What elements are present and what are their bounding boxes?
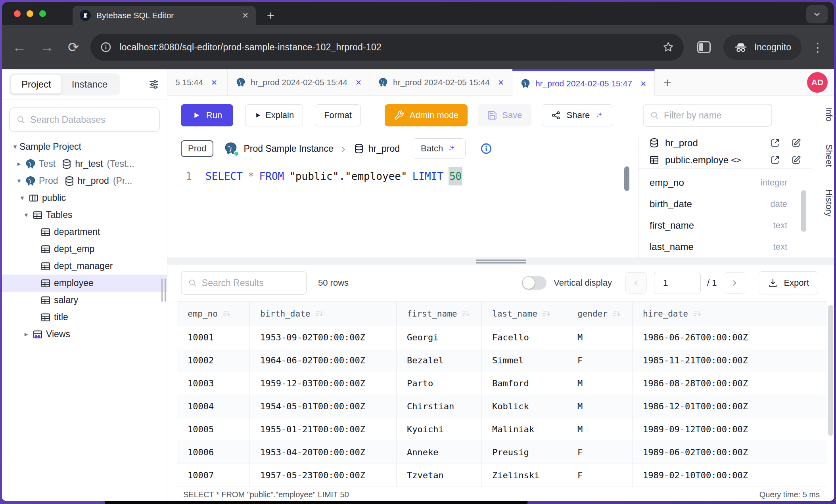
editor-tab-0[interactable]: 5 15:44 ✕ [167,69,228,95]
browser-menu-icon[interactable]: ⋮ [812,40,824,54]
edit-icon[interactable] [791,137,801,148]
caret-right-icon[interactable]: ▸ [15,160,23,168]
browser-tab-close-icon[interactable]: ✕ [242,11,249,20]
tab-instance[interactable]: Instance [61,75,118,94]
forward-icon[interactable]: → [40,40,54,54]
tree-item-views[interactable]: ▸ Views [2,326,167,343]
sidebar-resize-handle[interactable] [161,279,166,302]
rail-tab-sheet[interactable]: Sheet [812,133,834,179]
tree-item-project[interactable]: ▾ Sample Project [2,138,167,155]
search-icon [16,115,25,125]
search-results-input[interactable] [202,278,300,288]
tab-project[interactable]: Project [11,75,61,94]
sort-icon[interactable] [222,309,231,318]
results-scrollbar[interactable] [828,305,833,436]
bookmark-star-icon[interactable] [662,41,674,53]
tab-search-chevron-button[interactable] [806,5,828,23]
tree-item-table-dept-manager[interactable]: dept_manager [2,258,167,275]
editor-tab-2[interactable]: hr_prod 2024-02-05 15:44 ✕ [370,69,512,95]
new-editor-tab-button[interactable]: + [663,75,671,90]
editor-tab-3-active[interactable]: hr_prod 2024-02-05 15:47 ✕ [512,69,655,96]
run-button[interactable]: Run [181,104,233,126]
tree-item-table-title[interactable]: title [2,309,167,326]
database-name[interactable]: hr_prod [368,143,400,154]
url-text[interactable]: localhost:8080/sql-editor/prod-sample-in… [120,42,658,53]
rail-tab-history[interactable]: History [812,178,834,227]
minimize-window-button[interactable] [27,10,33,17]
caret-down-icon[interactable]: ▾ [15,177,23,185]
column-header-emp-no[interactable]: emp_no [177,302,250,326]
tree-item-table-employee-selected[interactable]: employee [2,275,167,292]
info-icon[interactable] [480,142,493,155]
sort-icon[interactable] [542,309,551,318]
sort-icon[interactable] [693,309,702,318]
tree-item-db-hr-test[interactable]: ▸ Test hr_test (Test... [2,155,167,172]
close-window-button[interactable] [14,10,21,17]
instance-name[interactable]: Prod Sample Instance [244,143,333,154]
format-button[interactable]: Format [315,104,361,126]
tree-item-table-dept-emp[interactable]: dept_emp [2,241,167,258]
edit-icon[interactable] [791,155,801,165]
tree-item-schema-public[interactable]: ▾ public [2,189,167,206]
caret-down-icon[interactable]: ▾ [22,211,31,219]
tree-item-table-salary[interactable]: salary [2,292,167,309]
column-header-hire-date[interactable]: hire_date [633,302,777,326]
browser-navbar: ← → ⟳ localhost:8080/sql-editor/prod-sam… [2,25,834,69]
column-header-gender[interactable]: gender [567,302,633,326]
tree-item-db-hr-prod[interactable]: ▾ Prod hr_prod (Pr... [2,172,167,189]
maximize-window-button[interactable] [39,10,46,17]
column-row: first_name text [650,215,801,236]
export-button[interactable]: Export [759,271,818,294]
browser-tab[interactable]: Bytebase SQL Editor ✕ [73,6,256,25]
admin-mode-button[interactable]: Admin mode [385,104,468,126]
close-tab-icon[interactable]: ✕ [498,78,504,87]
close-tab-icon[interactable]: ✕ [211,78,217,87]
tree-item-tables[interactable]: ▾ Tables [2,206,167,223]
url-bar[interactable]: localhost:8080/sql-editor/prod-sample-in… [90,34,684,61]
column-header-birth-date[interactable]: birth_date [250,302,397,326]
caret-right-icon[interactable]: ▸ [22,330,31,338]
schema-scrollbar[interactable] [801,190,806,232]
vertical-display-label: Vertical display [554,278,612,288]
close-tab-icon[interactable]: ✕ [355,78,362,87]
prev-page-button[interactable] [625,272,647,294]
close-tab-icon[interactable]: ✕ [640,79,646,88]
sort-icon[interactable] [462,309,470,318]
database-icon [64,176,75,187]
page-number-input[interactable] [654,272,701,294]
side-panel-icon[interactable] [697,41,711,53]
tree-item-table-department[interactable]: department [2,223,167,241]
schema-db-name: hr_prod [665,137,698,149]
sort-icon[interactable] [315,309,324,318]
sliders-icon[interactable] [148,78,160,90]
next-page-button[interactable] [724,272,745,294]
external-link-icon[interactable] [770,155,780,165]
editor-scrollbar[interactable] [624,166,629,191]
postgresql-icon [25,158,36,170]
share-button[interactable]: Share [542,104,614,126]
vertical-display-toggle[interactable] [522,276,546,290]
line-number: 1 [167,167,205,185]
reload-icon[interactable]: ⟳ [68,39,79,55]
editor-tab-strip: 5 15:44 ✕ hr_prod 2024-02-05 15:44 ✕ hr_… [167,69,834,96]
batch-button[interactable]: Batch [412,138,466,159]
sort-icon[interactable] [612,309,621,318]
site-info-icon[interactable] [100,41,112,53]
save-button[interactable]: Save [478,104,531,126]
external-link-icon[interactable] [770,137,780,148]
caret-down-icon[interactable]: ▾ [18,194,27,202]
search-databases-input[interactable] [30,115,153,125]
code-icon[interactable]: <> [731,155,742,165]
editor-tab-1[interactable]: hr_prod 2024-02-05 15:44 ✕ [228,69,370,95]
rail-tab-info[interactable]: Info [812,96,834,133]
explain-button[interactable]: Explain [245,104,303,126]
column-header-last-name[interactable]: last_name [482,302,567,326]
divider-drag-handle[interactable] [476,260,526,265]
back-icon[interactable]: ← [12,40,27,54]
sql-code-area[interactable]: 1 SELECT * FROM "public"."employee" LIMI… [167,162,638,258]
new-browser-tab-button[interactable]: + [267,8,274,23]
avatar[interactable]: AD [807,72,828,93]
caret-down-icon[interactable]: ▾ [11,143,19,151]
filter-by-name-input[interactable] [664,110,765,121]
column-header-first-name[interactable]: first_name [397,302,482,326]
